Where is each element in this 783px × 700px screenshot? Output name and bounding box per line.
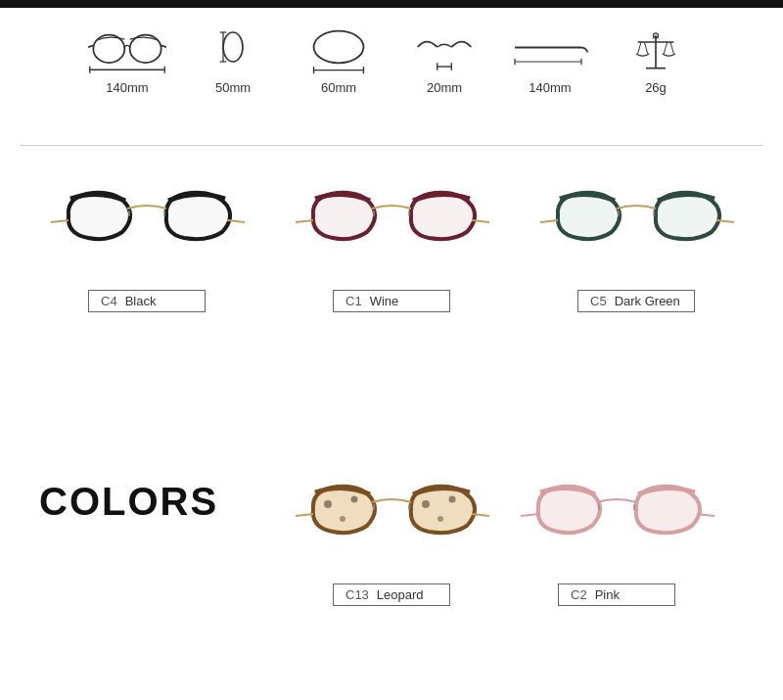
measure-weight: 26g xyxy=(617,27,695,95)
glasses-wine-image xyxy=(294,166,489,284)
color-item-leopard: C13 Leopard xyxy=(294,460,489,606)
svg-line-26 xyxy=(644,42,647,54)
measurements-section: 140mm 50mm xyxy=(0,18,783,105)
color-label-wine: C1 Wine xyxy=(333,290,450,312)
measure-temple: 140mm xyxy=(511,27,589,95)
color-name-pink: Pink xyxy=(595,587,620,602)
lens-height-icon xyxy=(194,27,272,76)
color-item-wine: C1 Wine xyxy=(274,166,509,312)
bridge-icon xyxy=(405,27,484,76)
color-item-dark-green: C5 Dark Green xyxy=(519,166,754,312)
glasses-pink-image xyxy=(519,460,714,578)
color-name-dark-green: Dark Green xyxy=(615,294,680,308)
svg-point-47 xyxy=(449,496,456,503)
measure-frame-width-label: 140mm xyxy=(106,80,148,95)
color-name-black: Black xyxy=(125,294,157,308)
svg-point-42 xyxy=(324,500,332,508)
measure-bridge: 20mm xyxy=(405,27,484,95)
color-code-leopard: C13 xyxy=(345,587,369,602)
svg-point-43 xyxy=(340,516,345,522)
color-code-black: C4 xyxy=(101,294,117,308)
colors-grid-top: C4 Black C1 Win xyxy=(0,157,783,322)
svg-line-25 xyxy=(638,42,641,54)
svg-point-45 xyxy=(422,500,430,508)
measure-frame-width: 140mm xyxy=(88,27,166,95)
color-label-black: C4 Black xyxy=(88,290,206,312)
temple-icon xyxy=(511,27,589,76)
svg-point-46 xyxy=(438,516,443,522)
svg-line-52 xyxy=(521,514,538,516)
color-label-pink: C2 Pink xyxy=(558,583,675,606)
measure-lens-height: 50mm xyxy=(194,27,272,95)
measure-lens-height-label: 50mm xyxy=(215,80,251,95)
glasses-dark-green-image xyxy=(538,166,734,284)
glasses-front-icon xyxy=(88,27,166,76)
color-label-dark-green: C5 Dark Green xyxy=(577,290,695,312)
svg-line-3 xyxy=(161,45,166,47)
color-item-pink: C2 Pink xyxy=(519,460,714,606)
svg-point-11 xyxy=(314,31,364,64)
svg-line-30 xyxy=(51,220,69,222)
product-spec-page: 140mm 50mm xyxy=(0,0,783,700)
glasses-black-image xyxy=(49,166,245,284)
scale-icon xyxy=(617,27,695,76)
svg-line-48 xyxy=(296,514,313,516)
color-code-pink: C2 xyxy=(571,587,587,602)
svg-point-7 xyxy=(223,32,243,62)
svg-line-38 xyxy=(540,220,558,222)
top-bar xyxy=(0,0,783,8)
color-code-wine: C1 xyxy=(345,294,362,308)
color-name-leopard: Leopard xyxy=(377,587,424,602)
color-code-dark-green: C5 xyxy=(590,294,607,308)
measure-weight-label: 26g xyxy=(645,80,667,95)
lens-width-icon xyxy=(299,27,378,76)
svg-point-44 xyxy=(351,496,358,503)
measure-lens-width: 60mm xyxy=(299,27,378,95)
color-name-wine: Wine xyxy=(370,294,399,308)
glasses-leopard-image xyxy=(294,460,489,578)
svg-line-34 xyxy=(296,220,313,222)
svg-line-27 xyxy=(664,42,667,54)
section-divider xyxy=(20,145,763,146)
measure-temple-label: 140mm xyxy=(529,80,571,95)
svg-line-28 xyxy=(670,42,673,54)
color-item-black: C4 Black xyxy=(29,166,264,312)
measure-bridge-label: 20mm xyxy=(427,80,462,95)
measure-lens-width-label: 60mm xyxy=(321,80,356,95)
color-label-leopard: C13 Leopard xyxy=(333,583,450,606)
svg-line-2 xyxy=(88,45,93,47)
